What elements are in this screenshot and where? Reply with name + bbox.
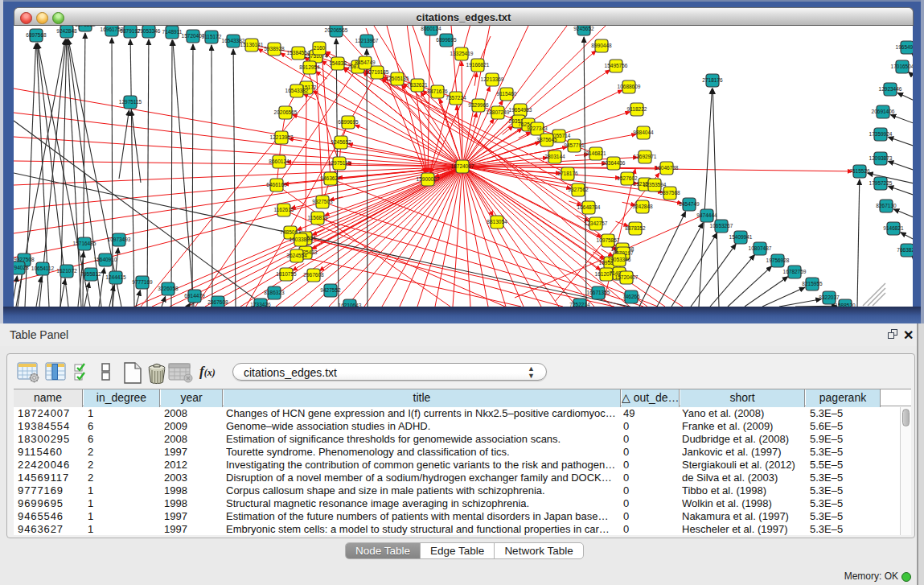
svg-text:9463627: 9463627 [320,175,341,181]
svg-text:12505135: 12505135 [386,76,409,81]
svg-text:9245652: 9245652 [331,139,351,145]
svg-text:3875645: 3875645 [536,137,557,142]
svg-text:1156819: 1156819 [308,215,328,220]
svg-text:10807487: 10807487 [749,245,772,251]
svg-text:12975115: 12975115 [119,99,142,105]
svg-text:16046738: 16046738 [655,165,679,171]
svg-text:20691406: 20691406 [872,109,895,114]
svg-text:1588520: 1588520 [835,303,856,307]
svg-text:8878352: 8878352 [75,26,96,27]
svg-text:7357224: 7357224 [446,95,466,101]
svg-text:2803144: 2803144 [544,154,565,159]
svg-text:7632621: 7632621 [407,82,428,88]
svg-text:12975115: 12975115 [328,160,351,166]
svg-text:7955812: 7955812 [80,271,101,277]
svg-text:16648784: 16648784 [577,204,601,210]
svg-text:9242848: 9242848 [632,204,653,209]
svg-text:16033809: 16033809 [290,237,313,242]
svg-text:2160: 2160 [314,45,326,51]
svg-text:7252214: 7252214 [569,302,590,307]
svg-text:6899695: 6899695 [436,37,457,43]
svg-text:10654112: 10654112 [31,266,55,271]
svg-text:9327562: 9327562 [568,187,589,192]
svg-text:9146821: 9146821 [585,150,606,156]
svg-text:9474444: 9474444 [696,212,717,218]
svg-text:16543382: 16543382 [285,88,309,93]
svg-text:12353594: 12353594 [643,182,667,187]
svg-text:9245652: 9245652 [573,26,594,31]
svg-text:9115460: 9115460 [497,91,517,97]
svg-text:2967608: 2967608 [303,272,324,278]
svg-text:8454749: 8454749 [679,201,700,207]
svg-text:9242848: 9242848 [56,28,77,34]
svg-text:1162615: 1162615 [274,207,294,212]
svg-text:17957225: 17957225 [869,180,893,186]
svg-text:15136141: 15136141 [240,42,264,47]
svg-text:9329966: 9329966 [468,102,489,108]
svg-text:746266: 746266 [622,294,640,299]
svg-text:2718176: 2718176 [557,171,578,176]
svg-text:9118222: 9118222 [627,106,647,112]
svg-text:19654923: 19654923 [896,44,913,50]
svg-text:15495756: 15495756 [605,63,628,68]
svg-text:8454749: 8454749 [355,60,376,65]
svg-text:19166821: 19166821 [466,62,490,68]
svg-text:8322037: 8322037 [819,295,840,300]
svg-text:19654983: 19654983 [509,107,532,113]
svg-text:2718176: 2718176 [702,77,723,83]
svg-text:1621072: 1621072 [56,268,77,274]
svg-text:10975857: 10975857 [597,237,620,243]
svg-text:6466160: 6466160 [266,182,287,187]
svg-text:1244415: 1244415 [105,274,126,280]
svg-text:9227343: 9227343 [527,126,548,131]
svg-text:6897568: 6897568 [659,190,680,196]
svg-text:12213967: 12213967 [355,38,379,43]
svg-text:15900027: 15900027 [417,176,440,182]
svg-text:1733426: 1733426 [250,302,271,307]
svg-text:17359924: 17359924 [869,131,893,137]
svg-text:7515526: 7515526 [849,168,870,174]
svg-text:13325419: 13325419 [450,51,474,56]
svg-text:154838: 154838 [329,60,347,66]
svg-text:6914479: 6914479 [184,293,205,299]
svg-text:16210643: 16210643 [339,303,362,307]
svg-text:20364436: 20364436 [602,160,626,166]
svg-text:5938928: 5938928 [264,46,285,51]
svg-text:12213369: 12213369 [481,76,504,82]
svg-text:1810755: 1810755 [276,271,297,277]
svg-text:20206565: 20206565 [325,27,348,33]
svg-text:9327503: 9327503 [312,199,333,204]
svg-text:9794028: 9794028 [14,265,29,270]
svg-text:8878352: 8878352 [625,225,646,231]
svg-text:29053346: 29053346 [138,28,161,34]
svg-text:20206565: 20206565 [274,109,298,115]
svg-text:19756928: 19756928 [766,257,790,263]
svg-text:8267130: 8267130 [876,203,897,208]
svg-text:9146821: 9146821 [883,225,904,231]
svg-text:1527602: 1527602 [617,175,638,181]
svg-text:8215955: 8215955 [802,281,823,286]
svg-text:2867608: 2867608 [207,299,228,305]
svg-text:9457791: 9457791 [564,142,585,148]
svg-text:8186323: 8186323 [264,290,285,295]
svg-text:6897568: 6897568 [26,32,47,38]
svg-text:15720407: 15720407 [615,274,639,280]
svg-text:8660124: 8660124 [269,159,290,164]
svg-text:8660124: 8660124 [421,26,441,31]
svg-text:10719185: 10719185 [366,69,389,75]
svg-text:9115172: 9115172 [202,34,222,39]
svg-text:8912954: 8912954 [299,64,320,70]
svg-text:8813054: 8813054 [487,219,507,225]
svg-text:15409941: 15409941 [729,234,753,240]
svg-text:15716485: 15716485 [73,241,97,246]
svg-text:12923446: 12923446 [879,86,902,92]
svg-text:12342757: 12342757 [585,220,608,226]
svg-text:9777169: 9777169 [132,279,153,285]
svg-text:13692971: 13692971 [634,154,657,159]
svg-text:16782759: 16782759 [783,269,807,274]
svg-text:15640910: 15640910 [94,257,117,262]
svg-text:16671355: 16671355 [587,290,610,295]
svg-text:10653267: 10653267 [710,223,733,229]
svg-text:17016504: 17016504 [891,64,913,69]
svg-text:12093873: 12093873 [869,155,893,161]
